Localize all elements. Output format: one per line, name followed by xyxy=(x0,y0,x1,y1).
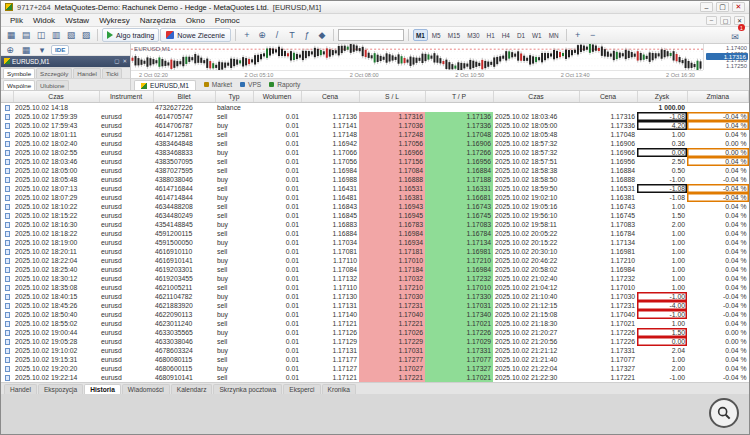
crosshair-icon[interactable]: ⊕ xyxy=(255,28,269,42)
column-header-t-p[interactable]: T / P xyxy=(425,91,493,102)
column-header-bilet[interactable]: Bilet xyxy=(153,91,215,102)
column-header-zysk[interactable]: Zysk xyxy=(637,91,687,102)
toolbox-tab-kalendarz[interactable]: Kalendarz xyxy=(171,384,213,394)
search-input[interactable] xyxy=(338,29,404,41)
column-header-icon[interactable] xyxy=(1,91,13,102)
new-order-button[interactable]: Nowe Zlecenie xyxy=(160,28,231,42)
minimize-icon[interactable]: – xyxy=(700,2,713,12)
charts-icon[interactable]: ▤ xyxy=(19,28,33,42)
table-row[interactable]: 2025.10.02 19:05:28eurusd4633038046sell0… xyxy=(1,337,749,346)
tab-wspolne[interactable]: Wspólne xyxy=(3,80,35,90)
menu-plik[interactable]: Plik xyxy=(5,16,28,25)
column-header-instrument[interactable]: Instrument xyxy=(99,91,153,102)
new-order-icon[interactable]: ▦ xyxy=(4,28,18,42)
toolbox-tab-wiadomosci[interactable]: Wiadomości xyxy=(122,384,170,394)
table-row[interactable]: 2025.10.02 19:22:14eurusd4680910141sell0… xyxy=(1,373,749,382)
column-header-cena[interactable]: Cena xyxy=(301,91,359,102)
toolbox-tab-historia[interactable]: Historia xyxy=(84,384,121,394)
menu-okno[interactable]: Okno xyxy=(181,16,210,25)
cursor-icon[interactable]: + xyxy=(240,28,254,42)
table-row[interactable]: 2025.10.02 18:18:22eurusd4591200115sell0… xyxy=(1,229,749,238)
table-row[interactable]: 2025.10.02 18:10:22eurusd4634488208sell0… xyxy=(1,202,749,211)
table-row[interactable]: 2025.10.02 19:20:20eurusd4680600115buy0.… xyxy=(1,364,749,373)
table-row[interactable]: 2025.10.02 18:55:02eurusd4623011240sell0… xyxy=(1,319,749,328)
toolbox-tab-handel[interactable]: Handel xyxy=(4,384,37,394)
objects-icon[interactable]: ◆ xyxy=(315,28,329,42)
timeframe-m30[interactable]: M30 xyxy=(464,29,482,41)
zoom-overlay-button[interactable] xyxy=(709,398,739,428)
table-row[interactable]: 2025.10.02 19:00:44eurusd4633035565buy0.… xyxy=(1,328,749,337)
close-icon[interactable]: ✕ xyxy=(122,58,127,64)
data-window-icon[interactable]: ▥ xyxy=(49,28,63,42)
table-row[interactable]: 2025.10.02 18:16:30eurusd4354148845buy0.… xyxy=(1,220,749,229)
table-row[interactable]: 2025.10.02 18:22:04eurusd4616910141buy0.… xyxy=(1,256,749,265)
ide-button[interactable]: IDE xyxy=(51,45,69,55)
table-row[interactable]: 2025.10.02 18:50:40eurusd4622090113buy0.… xyxy=(1,310,749,319)
timeframe-mn[interactable]: MN xyxy=(546,29,562,41)
column-header-czas[interactable]: Czas xyxy=(13,91,99,102)
layout-icon[interactable]: ▦ xyxy=(19,43,33,57)
tab-symbole[interactable]: Symbole xyxy=(3,68,35,78)
toolbox-tab-ekspozycja[interactable]: Ekspozycja xyxy=(38,384,83,394)
table-row[interactable]: 2025.10.02 18:20:11eurusd4616910110sell0… xyxy=(1,247,749,256)
toolbox-tab-kronika[interactable]: Kronika xyxy=(322,384,356,394)
column-header-typ[interactable]: Typ xyxy=(215,91,253,102)
algo-trading-button[interactable]: Algo trading xyxy=(102,28,159,42)
column-header-wolumen[interactable]: Wolumen xyxy=(253,91,301,102)
text-icon[interactable]: T xyxy=(285,28,299,42)
tab-vps[interactable]: VPS xyxy=(240,81,261,90)
table-row[interactable]: 2025.10.02 18:03:46eurusd4383507095sell0… xyxy=(1,157,749,166)
table-row[interactable]: 2025.10.02 19:10:02eurusd4678603324buy0.… xyxy=(1,346,749,355)
table-row[interactable]: 2025.10.02 18:30:12eurusd4619203455buy0.… xyxy=(1,274,749,283)
table-row[interactable]: 2025.10.02 14:184732627226balance1 000.0… xyxy=(1,102,749,112)
minimized-chart-bar[interactable]: EURUSD,M1 ▢✕ xyxy=(1,56,130,67)
tab-market[interactable]: Market xyxy=(204,81,232,90)
table-row[interactable]: 2025.10.02 18:35:08eurusd4621005211sell0… xyxy=(1,283,749,292)
table-row[interactable]: 2025.10.02 18:25:40eurusd4619203301sell0… xyxy=(1,265,749,274)
toolbox-icon[interactable]: ▨ xyxy=(79,28,93,42)
close-icon[interactable]: ✕ xyxy=(732,2,745,12)
timeframe-d1[interactable]: D1 xyxy=(514,29,528,41)
timeframe-h1[interactable]: H1 xyxy=(484,29,498,41)
table-row[interactable]: 2025.10.02 18:02:40eurusd4383464848sell0… xyxy=(1,139,749,148)
table-row[interactable]: 2025.10.02 18:15:22eurusd4634480249sell0… xyxy=(1,211,749,220)
market-watch-icon[interactable]: ◫ xyxy=(34,28,48,42)
chart-area[interactable]: EURUSD,M1 1.17316 1.174001.173501.173001… xyxy=(131,44,749,78)
table-row[interactable]: 2025.10.02 17:59:39eurusd4614705747sell0… xyxy=(1,112,749,121)
table-row[interactable]: 2025.10.02 18:05:00eurusd4387027595sell0… xyxy=(1,166,749,175)
timeframe-h4[interactable]: H4 xyxy=(499,29,513,41)
tab-raporty[interactable]: Raporty xyxy=(269,81,300,90)
table-row[interactable]: 2025.10.02 18:01:11eurusd4614712581sell0… xyxy=(1,130,749,139)
menu-narzedzia[interactable]: Narzędzia xyxy=(135,16,181,25)
tab-ulubione[interactable]: Ulubione xyxy=(36,80,68,90)
notifications-button[interactable]: ✉ 1 xyxy=(728,26,742,44)
menu-widok[interactable]: Widok xyxy=(28,16,60,25)
table-row[interactable]: 2025.10.02 18:07:29eurusd4614714844buy0.… xyxy=(1,193,749,202)
child-close-icon[interactable]: ✕ xyxy=(734,16,745,25)
tab-ticki[interactable]: Ticki xyxy=(102,68,123,78)
table-row[interactable]: 2025.10.02 18:45:26eurusd4621883920sell0… xyxy=(1,301,749,310)
table-row[interactable]: 2025.10.02 18:05:48eurusd4388038046buy0.… xyxy=(1,175,749,184)
toolbox-tab-skrzynka-pocztowa[interactable]: Skrzynka pocztowa xyxy=(213,384,282,394)
menu-wykresy[interactable]: Wykresy xyxy=(94,16,135,25)
timeframe-w1[interactable]: W1 xyxy=(529,29,545,41)
table-row[interactable]: 2025.10.02 18:07:13eurusd4614716844sell0… xyxy=(1,184,749,193)
table-row[interactable]: 2025.10.02 18:02:55eurusd4383468833buy0.… xyxy=(1,148,749,157)
column-header-cena[interactable]: Cena xyxy=(579,91,637,102)
column-header-zmiana[interactable]: Zmiana xyxy=(687,91,749,102)
table-row[interactable]: 2025.10.02 19:15:31eurusd4680080115sell0… xyxy=(1,355,749,364)
table-row[interactable]: 2025.10.02 18:40:15eurusd4621104782buy0.… xyxy=(1,292,749,301)
trendline-icon[interactable]: / xyxy=(270,28,284,42)
zoom-out-icon[interactable]: − xyxy=(586,28,600,42)
dropdown-icon[interactable]: ▾ xyxy=(35,43,49,57)
restore-icon[interactable]: ▢ xyxy=(114,58,119,64)
column-header-s-l[interactable]: S / L xyxy=(359,91,425,102)
toolbox-tab-eksperci[interactable]: Eksperci xyxy=(283,384,320,394)
zoom-in-icon[interactable]: + xyxy=(571,28,585,42)
tab-szczegoly[interactable]: Szczegóły xyxy=(36,68,72,78)
chart-tab-eurusd-m1[interactable]: EURUSD,M1 xyxy=(134,80,196,90)
menu-wstaw[interactable]: Wstaw xyxy=(60,16,94,25)
child-minimize-icon[interactable]: – xyxy=(706,16,717,25)
child-restore-icon[interactable]: ▢ xyxy=(720,16,731,25)
tab-handel[interactable]: Handel xyxy=(73,68,101,78)
